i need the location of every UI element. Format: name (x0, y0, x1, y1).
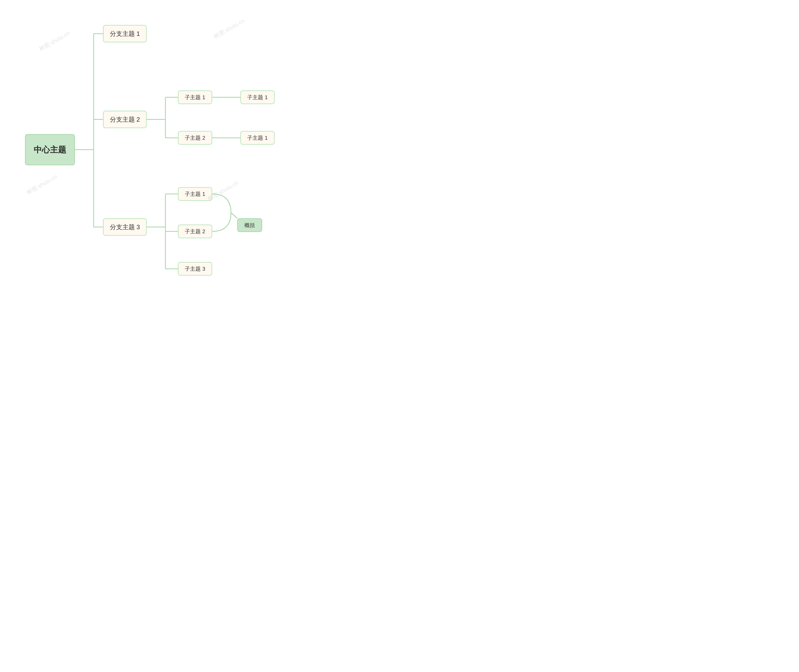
branch3-label: 分支主题 3 (110, 223, 140, 231)
branch1-label: 分支主题 1 (110, 30, 140, 38)
svg-line-16 (231, 213, 237, 218)
watermark-2: 树图 shutu.cn (213, 17, 245, 40)
branch2-label: 分支主题 2 (110, 115, 140, 124)
sub2-2-label: 子主题 2 (185, 134, 205, 142)
sub3-3-node[interactable]: 子主题 3 (178, 262, 212, 276)
watermark-3: 树图 shutu.cn (25, 173, 58, 196)
summary-label: 概括 (244, 222, 255, 229)
subsub2-2-node[interactable]: 子主题 1 (240, 131, 274, 145)
subsub2-2-label: 子主题 1 (247, 134, 268, 142)
canvas: 中心主题 分支主题 1 分支主题 2 分支主题 3 子主题 1 子主题 2 子主… (0, 0, 400, 336)
sub3-2-label: 子主题 2 (185, 228, 205, 235)
branch1-node[interactable]: 分支主题 1 (103, 25, 147, 42)
branch2-node[interactable]: 分支主题 2 (103, 111, 147, 128)
watermark-1: 树图 shutu.cn (38, 29, 71, 53)
summary-node[interactable]: 概括 (237, 218, 262, 232)
sub3-1-node[interactable]: 子主题 1 (178, 187, 212, 201)
sub3-3-label: 子主题 3 (185, 266, 205, 272)
subsub2-1-label: 子主题 1 (247, 94, 268, 101)
subsub2-1-node[interactable]: 子主题 1 (240, 90, 274, 104)
sub2-1-node[interactable]: 子主题 1 (178, 90, 212, 104)
branch3-node[interactable]: 分支主题 3 (103, 218, 147, 236)
connections-svg (0, 0, 400, 336)
sub2-1-label: 子主题 1 (185, 94, 205, 101)
center-label: 中心主题 (34, 144, 66, 155)
center-node[interactable]: 中心主题 (25, 134, 75, 165)
sub2-2-node[interactable]: 子主题 2 (178, 131, 212, 145)
sub3-2-node[interactable]: 子主题 2 (178, 224, 212, 238)
sub3-1-label: 子主题 1 (185, 190, 205, 198)
